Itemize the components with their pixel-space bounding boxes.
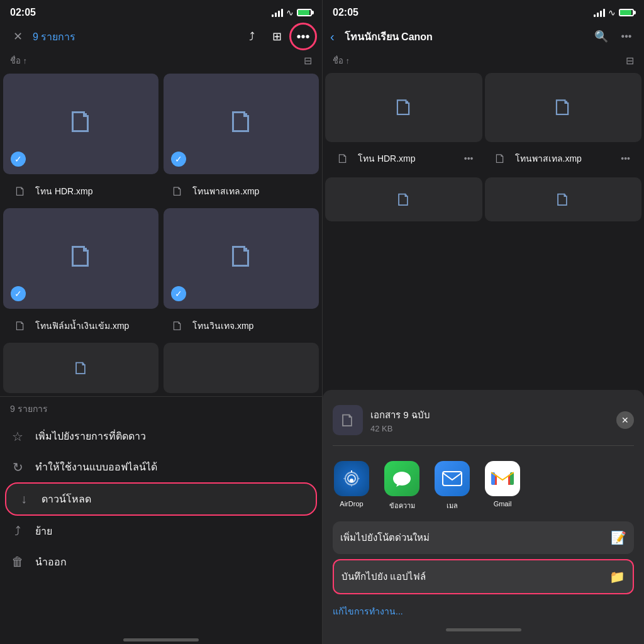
file-options-icon[interactable]: ••• bbox=[464, 153, 474, 164]
more-options-container: ••• bbox=[292, 25, 314, 48]
gmail-icon bbox=[485, 461, 520, 496]
svg-rect-7 bbox=[443, 472, 462, 486]
menu-label-star: เพิ่มไปยังรายการที่ติดดาว bbox=[35, 428, 146, 444]
file-tile[interactable]: 🗋 ✓ bbox=[164, 208, 319, 309]
left-panel: 02:05 ∿ ✕ 9 รายการ ⤴ ⊞ ••• ชื่อ ↑ ⊟ bbox=[0, 0, 322, 644]
menu-label-move: ย้าย bbox=[35, 523, 52, 539]
app-gmail[interactable]: Gmail bbox=[484, 461, 521, 511]
mail-label: เมล bbox=[447, 500, 458, 511]
signal-icon bbox=[594, 8, 605, 17]
file-tile[interactable]: 🗋 ✓ bbox=[3, 208, 158, 309]
left-status-icons: ∿ bbox=[272, 8, 312, 18]
file-name: โทน HDR.xmp bbox=[358, 152, 458, 165]
svg-point-2 bbox=[350, 479, 353, 482]
file-small-icon: 🗋 bbox=[14, 184, 29, 199]
file-icon-partial: 🗋 bbox=[554, 189, 572, 210]
battery-icon bbox=[297, 9, 312, 16]
right-sort-label[interactable]: ชื่อ ↑ bbox=[333, 54, 350, 67]
action-quick-note[interactable]: เพิ่มไปยังโน้ตด่วนใหม่ 📝 bbox=[333, 521, 634, 554]
share-file-name: เอกสาร 9 ฉบับ bbox=[370, 408, 609, 423]
file-tile-partial[interactable] bbox=[164, 343, 319, 393]
home-indicator bbox=[123, 638, 199, 641]
file-check-icon: ✓ bbox=[171, 152, 186, 167]
file-check-icon: ✓ bbox=[171, 286, 186, 301]
more-options-button[interactable]: ••• bbox=[292, 25, 314, 48]
file-name: โทนฟิล์มน้ำเงินเข้ม.xmp bbox=[35, 319, 151, 333]
right-file-tile[interactable]: 🗋 bbox=[485, 73, 642, 142]
action-save-files[interactable]: บันทึกไปยัง แอปไฟล์ 📁 bbox=[333, 559, 634, 594]
document-icon: 🗋 bbox=[339, 410, 357, 431]
items-count: 9 รายการ bbox=[0, 397, 322, 421]
menu-item-offline[interactable]: ↻ ทำให้ใช้งานแบบออฟไลน์ได้ bbox=[0, 452, 322, 482]
menu-label-offline: ทำให้ใช้งานแบบออฟไลน์ได้ bbox=[35, 459, 157, 475]
mail-icon bbox=[435, 461, 470, 496]
app-airdrop[interactable]: AirDrop bbox=[333, 461, 370, 511]
right-file-tile-partial[interactable]: 🗋 bbox=[325, 177, 482, 221]
file-name: โทนพาสเทล.xmp bbox=[515, 152, 615, 165]
file-tile-partial[interactable]: 🗋 bbox=[3, 343, 158, 393]
file-tile[interactable]: 🗋 ✓ bbox=[164, 74, 319, 174]
right-sort-bar: ชื่อ ↑ ⊟ bbox=[323, 50, 644, 70]
file-small-icon: 🗋 bbox=[171, 184, 186, 199]
share-close-button[interactable]: ✕ bbox=[616, 411, 634, 429]
save-files-label: บันทึกไปยัง แอปไฟล์ bbox=[341, 569, 609, 584]
file-check-icon: ✓ bbox=[11, 286, 26, 301]
file-options-icon[interactable]: ••• bbox=[621, 153, 630, 164]
quick-note-icon: 📝 bbox=[611, 530, 626, 545]
move-icon[interactable]: ⤴ bbox=[242, 26, 262, 47]
file-icon: 🗋 bbox=[226, 104, 257, 139]
gmail-label: Gmail bbox=[494, 500, 512, 508]
share-info: 🗋 เอกสาร 9 ฉบับ 42 KB ✕ bbox=[333, 400, 634, 446]
sort-label[interactable]: ชื่อ ↑ bbox=[10, 54, 27, 67]
grid-view-icon[interactable]: ⊟ bbox=[304, 55, 312, 67]
file-list-item[interactable]: 🗋 โทนฟิล์มน้ำเงินเข้ม.xmp bbox=[4, 312, 161, 340]
back-button[interactable]: ‹ bbox=[330, 30, 335, 44]
file-list-item[interactable]: 🗋 โทนวินเทจ.xmp bbox=[161, 312, 318, 340]
star-icon: ☆ bbox=[10, 429, 25, 444]
airdrop-icon bbox=[334, 461, 369, 496]
messages-svg bbox=[392, 470, 411, 487]
share-file-info: เอกสาร 9 ฉบับ 42 KB bbox=[370, 408, 609, 433]
file-icon-partial: 🗋 bbox=[395, 189, 413, 210]
search-button[interactable]: 🔍 bbox=[591, 26, 611, 47]
right-file-item[interactable]: 🗋 โทน HDR.xmp ••• bbox=[326, 145, 484, 172]
app-mail[interactable]: เมล bbox=[433, 461, 471, 511]
wifi-icon: ∿ bbox=[286, 8, 294, 18]
right-nav-title: โทนนักเรียน Canon bbox=[345, 29, 586, 45]
app-messages[interactable]: ข้อความ bbox=[383, 461, 421, 511]
save-files-icon: 📁 bbox=[609, 569, 625, 584]
menu-item-download[interactable]: ↓ ดาวน์โหลด bbox=[5, 482, 317, 516]
file-tile[interactable]: 🗋 ✓ bbox=[3, 74, 158, 174]
right-file-item[interactable]: 🗋 โทนพาสเทล.xmp ••• bbox=[484, 145, 641, 172]
select-icon[interactable]: ⊞ bbox=[267, 26, 287, 47]
menu-item-move[interactable]: ⤴ ย้าย bbox=[0, 516, 322, 547]
edit-actions-link[interactable]: แก้ไขการทำงาน... bbox=[333, 599, 634, 623]
menu-item-star[interactable]: ☆ เพิ่มไปยังรายการที่ติดดาว bbox=[0, 421, 322, 452]
right-time: 02:05 bbox=[333, 7, 358, 18]
messages-label: ข้อความ bbox=[389, 500, 415, 511]
menu-item-remove[interactable]: 🗑 นำออก bbox=[0, 547, 322, 577]
quick-note-label: เพิ่มไปยังโน้ตด่วนใหม่ bbox=[340, 530, 611, 545]
right-file-tile[interactable]: 🗋 bbox=[325, 73, 482, 142]
close-button[interactable]: ✕ bbox=[8, 26, 28, 47]
right-file-tile-partial[interactable]: 🗋 bbox=[485, 177, 642, 221]
trash-icon: 🗑 bbox=[10, 555, 25, 569]
file-check-icon: ✓ bbox=[11, 152, 26, 167]
file-list-item[interactable]: 🗋 โทน HDR.xmp bbox=[4, 177, 161, 205]
more-options-right-button[interactable]: ••• bbox=[616, 26, 636, 47]
left-sort-bar: ชื่อ ↑ ⊟ bbox=[0, 50, 322, 70]
file-icon: 🗋 bbox=[226, 239, 257, 274]
file-small-icon: 🗋 bbox=[171, 319, 186, 333]
app-row: AirDrop ข้อความ เมล bbox=[333, 456, 634, 521]
right-panel: 02:05 ∿ ‹ โทนนักเรียน Canon 🔍 ••• ชื่อ ↑… bbox=[322, 0, 644, 644]
menu-label-remove: นำออก bbox=[35, 554, 67, 570]
file-small-icon: 🗋 bbox=[494, 152, 509, 166]
right-grid-view-icon[interactable]: ⊟ bbox=[626, 55, 634, 67]
left-time: 02:05 bbox=[10, 7, 36, 18]
file-name: โทนวินเทจ.xmp bbox=[192, 319, 308, 333]
right-status-bar: 02:05 ∿ bbox=[323, 0, 644, 23]
wifi-icon: ∿ bbox=[608, 8, 616, 18]
messages-icon bbox=[384, 461, 419, 496]
file-small-icon: 🗋 bbox=[14, 319, 29, 333]
file-list-item[interactable]: 🗋 โทนพาสเทล.xmp bbox=[161, 177, 318, 205]
